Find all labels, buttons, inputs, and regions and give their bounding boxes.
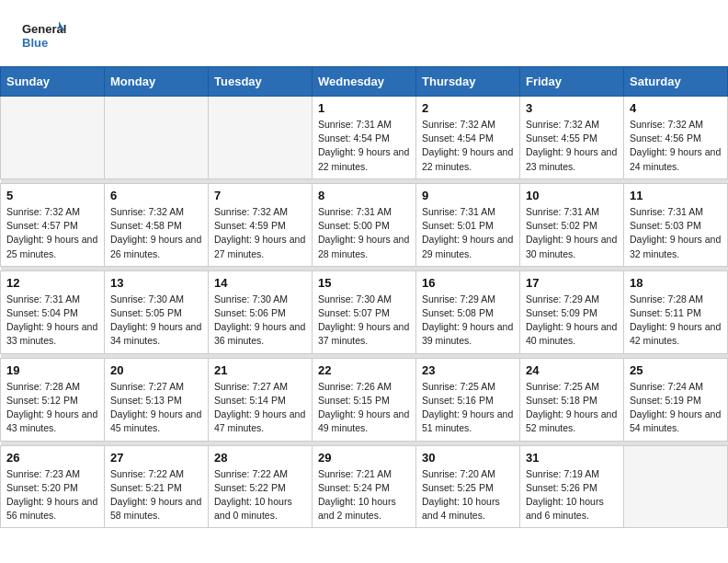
day-info: Sunrise: 7:30 AMSunset: 5:06 PMDaylight:… <box>214 293 306 349</box>
logo-svg: General Blue <box>22 17 66 57</box>
calendar-cell: 16Sunrise: 7:29 AMSunset: 5:08 PMDayligh… <box>416 270 520 353</box>
weekday-header-saturday: Saturday <box>624 67 728 97</box>
day-number: 21 <box>214 363 306 377</box>
calendar-cell: 10Sunrise: 7:31 AMSunset: 5:02 PMDayligh… <box>520 183 624 266</box>
day-info: Sunrise: 7:30 AMSunset: 5:07 PMDaylight:… <box>318 293 410 349</box>
weekday-header-tuesday: Tuesday <box>209 67 313 97</box>
day-info: Sunrise: 7:27 AMSunset: 5:14 PMDaylight:… <box>214 380 306 436</box>
day-info: Sunrise: 7:25 AMSunset: 5:18 PMDaylight:… <box>526 380 618 436</box>
day-number: 9 <box>422 189 514 202</box>
day-number: 8 <box>318 189 410 202</box>
calendar-cell: 6Sunrise: 7:32 AMSunset: 4:58 PMDaylight… <box>105 183 209 266</box>
logo: General Blue <box>22 17 66 57</box>
calendar-cell: 8Sunrise: 7:31 AMSunset: 5:00 PMDaylight… <box>313 183 416 266</box>
day-info: Sunrise: 7:21 AMSunset: 5:24 PMDaylight:… <box>318 467 410 523</box>
calendar-week-row: 1Sunrise: 7:31 AMSunset: 4:54 PMDaylight… <box>1 97 728 179</box>
calendar-cell: 18Sunrise: 7:28 AMSunset: 5:11 PMDayligh… <box>624 270 728 353</box>
day-info: Sunrise: 7:31 AMSunset: 5:01 PMDaylight:… <box>422 205 514 261</box>
day-number: 29 <box>318 451 410 465</box>
day-info: Sunrise: 7:26 AMSunset: 5:15 PMDaylight:… <box>318 380 410 436</box>
day-info: Sunrise: 7:28 AMSunset: 5:12 PMDaylight:… <box>6 380 98 436</box>
calendar-cell: 7Sunrise: 7:32 AMSunset: 4:59 PMDaylight… <box>209 183 313 266</box>
calendar-cell: 13Sunrise: 7:30 AMSunset: 5:05 PMDayligh… <box>105 270 209 353</box>
day-info: Sunrise: 7:29 AMSunset: 5:08 PMDaylight:… <box>422 293 514 349</box>
calendar-cell: 2Sunrise: 7:32 AMSunset: 4:54 PMDaylight… <box>416 97 520 179</box>
calendar-cell: 31Sunrise: 7:19 AMSunset: 5:26 PMDayligh… <box>520 445 624 528</box>
day-info: Sunrise: 7:23 AMSunset: 5:20 PMDaylight:… <box>6 467 98 523</box>
day-number: 13 <box>110 276 202 290</box>
day-number: 31 <box>526 451 618 465</box>
day-info: Sunrise: 7:31 AMSunset: 5:04 PMDaylight:… <box>6 293 98 349</box>
day-info: Sunrise: 7:27 AMSunset: 5:13 PMDaylight:… <box>110 380 202 436</box>
day-info: Sunrise: 7:22 AMSunset: 5:21 PMDaylight:… <box>110 467 202 523</box>
calendar-cell: 27Sunrise: 7:22 AMSunset: 5:21 PMDayligh… <box>105 445 209 528</box>
calendar-cell <box>105 97 209 179</box>
calendar-cell <box>1 97 105 179</box>
day-info: Sunrise: 7:31 AMSunset: 5:03 PMDaylight:… <box>630 205 722 261</box>
calendar-week-row: 5Sunrise: 7:32 AMSunset: 4:57 PMDaylight… <box>1 183 728 266</box>
day-number: 27 <box>110 451 202 465</box>
day-info: Sunrise: 7:25 AMSunset: 5:16 PMDaylight:… <box>422 380 514 436</box>
day-number: 4 <box>630 101 722 115</box>
weekday-header-row: SundayMondayTuesdayWednesdayThursdayFrid… <box>1 67 728 97</box>
weekday-header-monday: Monday <box>105 67 209 97</box>
calendar-cell: 23Sunrise: 7:25 AMSunset: 5:16 PMDayligh… <box>416 358 520 441</box>
weekday-header-wednesday: Wednesday <box>313 67 416 97</box>
weekday-header-thursday: Thursday <box>416 67 520 97</box>
calendar-week-row: 12Sunrise: 7:31 AMSunset: 5:04 PMDayligh… <box>1 270 728 353</box>
calendar-cell: 24Sunrise: 7:25 AMSunset: 5:18 PMDayligh… <box>520 358 624 441</box>
calendar-week-row: 26Sunrise: 7:23 AMSunset: 5:20 PMDayligh… <box>1 445 728 528</box>
calendar-cell: 1Sunrise: 7:31 AMSunset: 4:54 PMDaylight… <box>313 97 416 179</box>
calendar-cell: 29Sunrise: 7:21 AMSunset: 5:24 PMDayligh… <box>313 445 416 528</box>
day-number: 14 <box>214 276 306 290</box>
calendar-cell: 30Sunrise: 7:20 AMSunset: 5:25 PMDayligh… <box>416 445 520 528</box>
calendar-cell: 26Sunrise: 7:23 AMSunset: 5:20 PMDayligh… <box>1 445 105 528</box>
calendar-cell: 11Sunrise: 7:31 AMSunset: 5:03 PMDayligh… <box>624 183 728 266</box>
day-number: 7 <box>214 189 306 202</box>
day-number: 24 <box>526 363 618 377</box>
day-number: 12 <box>6 276 98 290</box>
day-info: Sunrise: 7:24 AMSunset: 5:19 PMDaylight:… <box>630 380 722 436</box>
day-info: Sunrise: 7:22 AMSunset: 5:22 PMDaylight:… <box>214 467 306 523</box>
day-number: 26 <box>6 451 98 465</box>
calendar-week-row: 19Sunrise: 7:28 AMSunset: 5:12 PMDayligh… <box>1 358 728 441</box>
calendar-cell: 5Sunrise: 7:32 AMSunset: 4:57 PMDaylight… <box>1 183 105 266</box>
day-number: 15 <box>318 276 410 290</box>
calendar-cell: 3Sunrise: 7:32 AMSunset: 4:55 PMDaylight… <box>520 97 624 179</box>
calendar-cell <box>209 97 313 179</box>
day-info: Sunrise: 7:32 AMSunset: 4:58 PMDaylight:… <box>110 205 202 261</box>
calendar-cell: 14Sunrise: 7:30 AMSunset: 5:06 PMDayligh… <box>209 270 313 353</box>
day-number: 10 <box>526 189 618 202</box>
calendar-cell: 17Sunrise: 7:29 AMSunset: 5:09 PMDayligh… <box>520 270 624 353</box>
calendar-cell: 4Sunrise: 7:32 AMSunset: 4:56 PMDaylight… <box>624 97 728 179</box>
day-number: 2 <box>422 101 514 115</box>
calendar-cell: 22Sunrise: 7:26 AMSunset: 5:15 PMDayligh… <box>313 358 416 441</box>
day-info: Sunrise: 7:19 AMSunset: 5:26 PMDaylight:… <box>526 467 618 523</box>
calendar-cell: 20Sunrise: 7:27 AMSunset: 5:13 PMDayligh… <box>105 358 209 441</box>
calendar-cell: 25Sunrise: 7:24 AMSunset: 5:19 PMDayligh… <box>624 358 728 441</box>
day-info: Sunrise: 7:20 AMSunset: 5:25 PMDaylight:… <box>422 467 514 523</box>
day-number: 17 <box>526 276 618 290</box>
day-info: Sunrise: 7:32 AMSunset: 4:57 PMDaylight:… <box>6 205 98 261</box>
day-number: 16 <box>422 276 514 290</box>
calendar-cell: 19Sunrise: 7:28 AMSunset: 5:12 PMDayligh… <box>1 358 105 441</box>
day-number: 25 <box>630 363 722 377</box>
calendar-cell: 21Sunrise: 7:27 AMSunset: 5:14 PMDayligh… <box>209 358 313 441</box>
day-info: Sunrise: 7:28 AMSunset: 5:11 PMDaylight:… <box>630 293 722 349</box>
day-info: Sunrise: 7:32 AMSunset: 4:54 PMDaylight:… <box>422 118 514 174</box>
day-info: Sunrise: 7:30 AMSunset: 5:05 PMDaylight:… <box>110 293 202 349</box>
day-info: Sunrise: 7:32 AMSunset: 4:59 PMDaylight:… <box>214 205 306 261</box>
day-info: Sunrise: 7:31 AMSunset: 5:00 PMDaylight:… <box>318 205 410 261</box>
calendar-cell: 9Sunrise: 7:31 AMSunset: 5:01 PMDaylight… <box>416 183 520 266</box>
day-number: 20 <box>110 363 202 377</box>
calendar-cell: 28Sunrise: 7:22 AMSunset: 5:22 PMDayligh… <box>209 445 313 528</box>
calendar-cell <box>624 445 728 528</box>
day-number: 6 <box>110 189 202 202</box>
day-number: 1 <box>318 101 410 115</box>
page-header: General Blue <box>0 0 728 66</box>
day-number: 11 <box>630 189 722 202</box>
day-number: 28 <box>214 451 306 465</box>
day-number: 19 <box>6 363 98 377</box>
day-info: Sunrise: 7:32 AMSunset: 4:56 PMDaylight:… <box>630 118 722 174</box>
day-info: Sunrise: 7:29 AMSunset: 5:09 PMDaylight:… <box>526 293 618 349</box>
